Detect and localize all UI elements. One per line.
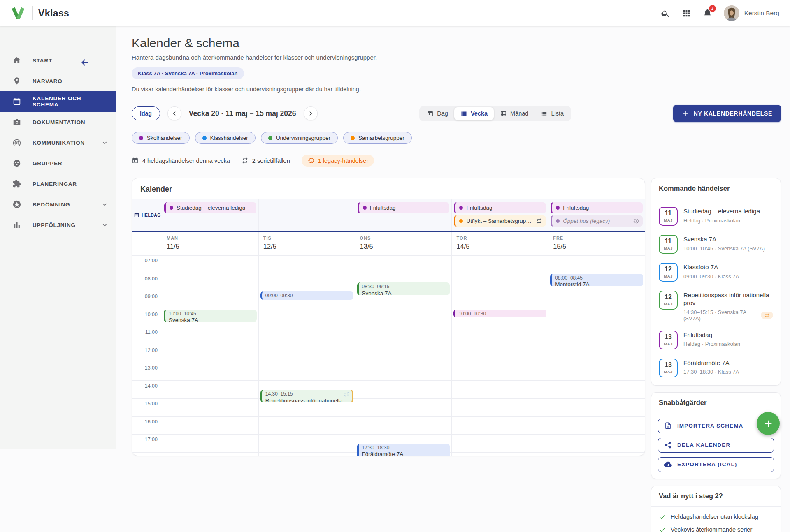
allday-label: HELDAG	[132, 199, 162, 231]
day-header-tis: TIS12/5	[258, 232, 355, 255]
filter-chip-skolhändelser[interactable]: Skolhändelser	[132, 132, 190, 144]
timed-event[interactable]: 14:30–15:15Repetitionspass inför natione…	[260, 390, 353, 402]
day-header-tor: TOR14/5	[451, 232, 548, 255]
view-toggle-lista[interactable]: Lista	[534, 107, 570, 120]
allday-event[interactable]: Friluftsdag	[358, 202, 450, 213]
upcoming-title-text: Klassfoto 7A	[683, 263, 739, 271]
timed-event[interactable]: 10:00–10:45Svenska 7A	[164, 310, 257, 322]
filter-chip-samarbetsgrupper[interactable]: Samarbetsgrupper	[343, 132, 412, 144]
allday-row: HELDAG Studiedag – eleverna ledigaFriluf…	[132, 199, 645, 231]
user-menu[interactable]: Kerstin Berg	[724, 5, 779, 21]
filter-label: Samarbetsgrupper	[358, 135, 404, 141]
add-event-fab[interactable]	[757, 412, 780, 435]
day-header-mån: MÅN11/5	[162, 232, 258, 255]
upcoming-item[interactable]: 13MAJFöräldramöte 7A17:30–18:30 · Klass …	[651, 354, 781, 382]
view-toggle-dag[interactable]: Dag	[421, 107, 454, 120]
upcoming-item[interactable]: 12MAJKlassfoto 7A09:00–09:30 · Klass 7A	[651, 258, 781, 286]
date-badge: 11MAJ	[659, 207, 678, 226]
view-label: Vecka	[471, 110, 488, 117]
sidebar-item-planeringar[interactable]: PLANERINGAR	[0, 173, 116, 194]
sidebar-item-start[interactable]: START	[0, 50, 116, 71]
whats-new-item: Veckovis återkommande serier	[651, 523, 781, 532]
filter-chips: SkolhändelserKlasshändelserUndervisnings…	[132, 132, 781, 144]
filter-dot	[268, 136, 272, 140]
upcoming-subtitle: 09:00–09:30 · Klass 7A	[683, 273, 739, 280]
sidebar-item-närvaro[interactable]: NÄRVARO	[0, 71, 116, 91]
view-toggle-vecka[interactable]: Vecka	[454, 107, 494, 120]
upcoming-events-card: Kommande händelser 11MAJStudiedag – elev…	[651, 178, 781, 386]
hour-label: 09:00	[145, 294, 158, 299]
day-header-row: MÅN11/5TIS12/5ONS13/5TOR14/5FRE15/5	[132, 232, 645, 255]
place-icon	[12, 76, 21, 86]
sidebar-item-label: DOKUMENTATION	[33, 119, 85, 125]
sidebar-item-dokumentation[interactable]: DOKUMENTATION	[0, 112, 116, 132]
filter-dot	[351, 136, 355, 140]
today-button[interactable]: Idag	[132, 106, 160, 120]
repeat-icon	[242, 157, 249, 164]
timed-event[interactable]: 08:00–08:45Mentorstid 7A	[550, 274, 643, 287]
sidebar-item-label: UPPFÖLJNING	[33, 222, 76, 228]
right-column: Kommande händelser 11MAJStudiedag – elev…	[651, 178, 781, 532]
sidebar-item-label: KALENDER OCH SCHEMA	[33, 95, 109, 108]
timed-event[interactable]: 09:00–09:30Klassfoto 7A	[260, 291, 353, 300]
notifications-button[interactable]: 3	[703, 8, 712, 19]
collapse-sidebar-button[interactable]	[80, 58, 90, 67]
next-week-button[interactable]	[304, 106, 318, 120]
context-chip: Klass 7A · Svenska 7A · Proximaskolan	[132, 67, 244, 79]
allday-event[interactable]: Friluftsdag	[551, 202, 643, 213]
timed-event[interactable]: 17:30–18:30Föräldramöte 7A	[357, 444, 450, 456]
puzzle-icon	[12, 179, 21, 188]
day-header-fre: FRE15/5	[548, 232, 645, 255]
filter-dot	[202, 136, 207, 140]
previous-week-button[interactable]	[167, 106, 181, 120]
sidebar-item-uppföljning[interactable]: UPPFÖLJNING	[0, 215, 116, 235]
check-icon	[659, 513, 666, 520]
sidebar-item-label: BEDÖMNING	[33, 201, 70, 208]
hour-label: 13:00	[145, 365, 158, 371]
sidebar-item-kalender-och-schema[interactable]: KALENDER OCH SCHEMA	[0, 91, 116, 112]
upcoming-item[interactable]: 13MAJFriluftsdagHeldag · Proximaskolan	[651, 326, 781, 354]
allday-event[interactable]: Öppet hus (legacy)	[551, 215, 643, 227]
whats-new-title: Vad är nytt i steg 2?	[651, 486, 781, 507]
sidebar-item-grupper[interactable]: GRUPPER	[0, 153, 116, 173]
date-badge: 11MAJ	[659, 235, 678, 254]
sidebar-item-bedömning[interactable]: BEDÖMNING	[0, 194, 116, 215]
allday-event[interactable]: Studiedag – eleverna lediga	[164, 202, 256, 213]
topbar: Vklass 3 Kerstin Berg	[0, 0, 790, 26]
time-grid: 07:0008:0009:0010:0011:0012:0013:0014:00…	[132, 255, 645, 456]
filter-chip-undervisningsgrupper[interactable]: Undervisningsgrupper	[261, 132, 338, 144]
filter-chip-klasshändelser[interactable]: Klasshändelser	[195, 132, 256, 144]
timed-event[interactable]: 08:30–09:15Svenska 7A	[357, 282, 450, 295]
avatar	[724, 5, 739, 21]
sidebar-item-kommunikation[interactable]: KOMMUNIKATION	[0, 132, 116, 153]
sidebar: STARTNÄRVAROKALENDER OCH SCHEMADOKUMENTA…	[0, 26, 116, 449]
event-icon	[132, 157, 139, 164]
quick-action-dela-kalender[interactable]: DELA KALENDER	[658, 438, 774, 453]
filter-label: Skolhändelser	[147, 135, 182, 141]
upcoming-title-text: Föräldramöte 7A	[683, 359, 739, 367]
view-month-icon	[500, 110, 507, 117]
filter-label: Undervisningsgrupper	[276, 135, 330, 141]
new-event-button[interactable]: NY KALENDERHÄNDELSE	[673, 105, 781, 122]
chevron-down-icon	[101, 221, 109, 229]
repeat-icon	[344, 391, 349, 397]
upcoming-subtitle: Heldag · Proximaskolan	[683, 341, 740, 347]
apps-grid-icon[interactable]	[682, 9, 691, 18]
upcoming-item[interactable]: 11MAJSvenska 7A10:00–10:45 · Svenska 7A …	[651, 230, 781, 258]
view-toggle-månad[interactable]: Månad	[494, 107, 534, 120]
upcoming-item[interactable]: 11MAJStudiedag – eleverna ledigaHeldag ·…	[651, 202, 781, 230]
allday-event[interactable]: Utflykt – Samarbetsgrup…	[454, 215, 546, 227]
broadcast-icon	[12, 138, 21, 147]
hour-label: 07:00	[145, 258, 158, 264]
upcoming-title-text: Friluftsdag	[683, 331, 740, 339]
whats-new-card: Vad är nytt i steg 2? Heldagshändelser u…	[651, 486, 781, 532]
view-label: Dag	[437, 110, 448, 117]
calendar-toolbar: Idag Vecka 20 · 11 maj – 15 maj 2026 Dag…	[132, 105, 781, 122]
quick-action-exportera-ical[interactable]: EXPORTERA (ICAL)	[658, 457, 774, 472]
quick-actions-card: Snabbåtgärder IMPORTERA SCHEMADELA KALEN…	[651, 392, 781, 479]
search-icon[interactable]	[661, 9, 670, 18]
timed-event[interactable]: 10:00–10:30Brandövning	[453, 310, 546, 318]
upcoming-item[interactable]: 12MAJRepetitionspass inför nationella pr…	[651, 286, 781, 326]
history-icon	[307, 157, 314, 164]
allday-event[interactable]: Friluftsdag	[454, 202, 546, 213]
